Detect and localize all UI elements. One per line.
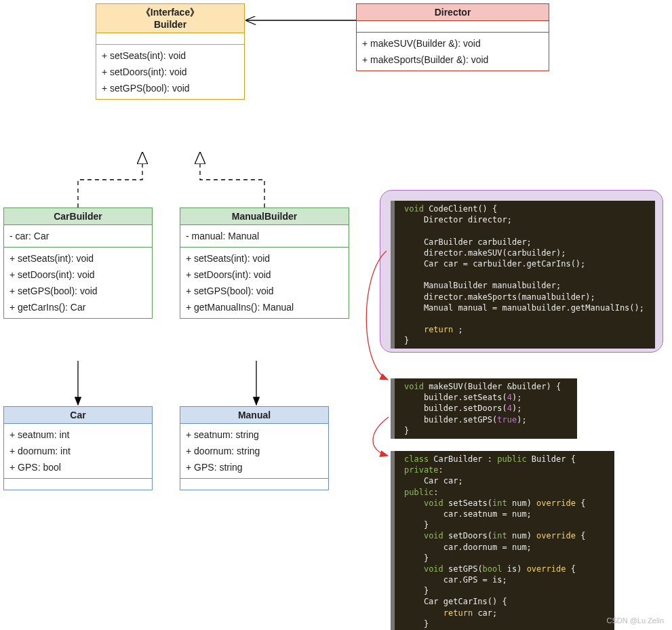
- num: 4: [507, 393, 512, 402]
- kw: private: [404, 465, 439, 475]
- txt: Car getCarIns() {: [404, 597, 507, 606]
- kw: bool: [483, 564, 502, 574]
- txt: num): [507, 531, 536, 540]
- realize-manualbuilder: [200, 153, 264, 208]
- method: + setSeats(int): void: [9, 250, 146, 267]
- class-car: Car + seatnum: int + doornum: int + GPS:…: [3, 406, 153, 490]
- attr: + doornum: string: [186, 443, 323, 459]
- class-title: Car: [4, 407, 152, 424]
- kw: int: [492, 498, 507, 508]
- txt: car.GPS = is;: [404, 575, 507, 585]
- class-name: CarBuilder: [8, 211, 148, 222]
- method: + setDoors(int): void: [186, 267, 343, 283]
- method: + makeSports(Builder &): void: [362, 52, 543, 68]
- txt: is): [502, 564, 527, 574]
- txt: builder.setDoors(: [404, 403, 507, 413]
- method: + setGPS(bool): void: [9, 283, 146, 299]
- attrs-section: + seatnum: string + doornum: string + GP…: [180, 424, 328, 479]
- class-manual: Manual + seatnum: string + doornum: stri…: [180, 406, 329, 490]
- class-manualbuilder: ManualBuilder - manual: Manual + setSeat…: [180, 208, 349, 319]
- kw: void: [404, 204, 424, 214]
- txt: }: [404, 586, 429, 595]
- kw: void: [404, 382, 424, 391]
- txt: builder.setSeats(: [404, 393, 507, 402]
- class-director: Director + makeSUV(Builder &): void + ma…: [356, 3, 549, 71]
- class-name: Director: [361, 7, 545, 18]
- txt: CarBuilder carbuilder;: [404, 237, 532, 247]
- txt: Manual manual = manualbuilder.getManualI…: [404, 303, 644, 313]
- txt: );: [512, 393, 521, 402]
- methods-section: [4, 479, 152, 490]
- kw: int: [492, 531, 507, 540]
- txt: Car car = carbuilder.getCarIns();: [404, 259, 585, 269]
- kw: public: [404, 488, 433, 497]
- attr: - manual: Manual: [186, 228, 343, 244]
- txt: }: [404, 336, 409, 345]
- watermark: CSDN @Lu Zelin: [606, 616, 664, 625]
- txt: setSeats(: [443, 498, 492, 508]
- txt: builder.setGPS(: [404, 415, 497, 425]
- attrs-section: - manual: Manual: [180, 225, 349, 248]
- txt: makeSUV(Builder &builder) {: [424, 382, 561, 391]
- attr: + seatnum: string: [186, 427, 323, 443]
- kw: override: [527, 564, 566, 574]
- txt: Director director;: [404, 215, 512, 224]
- class-carbuilder: CarBuilder - car: Car + setSeats(int): v…: [3, 208, 153, 319]
- txt: num): [507, 498, 536, 508]
- attrs-section: + seatnum: int + doornum: int + GPS: boo…: [4, 424, 152, 479]
- txt: }: [404, 619, 429, 629]
- txt: }: [404, 520, 429, 530]
- attr: + seatnum: int: [9, 427, 146, 443]
- methods-section: [180, 479, 328, 490]
- txt: setGPS(: [443, 564, 483, 574]
- txt: }: [404, 553, 429, 563]
- txt: [404, 564, 424, 574]
- kw: void: [424, 498, 443, 508]
- method: + makeSUV(Builder &): void: [362, 35, 543, 52]
- txt: }: [404, 426, 409, 435]
- attr: + GPS: string: [186, 459, 323, 475]
- method: + setGPS(bool): void: [102, 80, 239, 96]
- kw: public: [497, 454, 526, 464]
- class-title: 《Interface》 Builder: [96, 4, 244, 33]
- class-title: Manual: [180, 407, 328, 424]
- method: + setGPS(bool): void: [186, 283, 343, 299]
- kw: return: [424, 325, 453, 334]
- txt: {: [566, 564, 575, 574]
- kw: class: [404, 454, 429, 464]
- kw: true: [497, 415, 517, 425]
- attrs-section: - car: Car: [4, 225, 152, 248]
- txt: ;: [453, 325, 462, 334]
- class-name: Manual: [184, 410, 324, 420]
- class-name: Builder: [100, 19, 240, 30]
- kw: void: [424, 531, 443, 540]
- code-carbuilder-impl: class CarBuilder : public Builder { priv…: [391, 451, 614, 630]
- kw: void: [424, 564, 443, 574]
- kw: override: [536, 498, 576, 508]
- num: 4: [507, 403, 512, 413]
- txt: ManualBuilder manualbuilder;: [404, 281, 561, 290]
- kw: override: [536, 531, 576, 540]
- txt: director.makeSUV(carbuilder);: [404, 248, 566, 258]
- txt: {: [576, 531, 585, 540]
- red-arrow-2: [373, 417, 389, 456]
- attrs-section: [357, 21, 549, 33]
- class-title: ManualBuilder: [180, 208, 349, 225]
- methods-section: + setSeats(int): void + setDoors(int): v…: [180, 248, 349, 318]
- txt: :: [433, 488, 438, 497]
- method: + setSeats(int): void: [186, 250, 343, 267]
- class-builder: 《Interface》 Builder + setSeats(int): voi…: [96, 3, 245, 100]
- txt: [404, 531, 424, 540]
- class-name: Car: [8, 410, 148, 420]
- class-title: CarBuilder: [4, 208, 152, 225]
- stereotype: 《Interface》: [100, 7, 240, 19]
- txt: CodeClient() {: [424, 204, 497, 214]
- methods-section: + setSeats(int): void + setDoors(int): v…: [4, 248, 152, 318]
- code-makesuv: void makeSUV(Builder &builder) { builder…: [391, 378, 577, 439]
- attr: - car: Car: [9, 228, 146, 244]
- code-client: void CodeClient() { Director director; C…: [391, 201, 655, 349]
- methods-section: + makeSUV(Builder &): void + makeSports(…: [357, 33, 549, 71]
- realize-carbuilder: [78, 153, 142, 208]
- txt: [404, 608, 443, 618]
- method: + setDoors(int): void: [9, 267, 146, 283]
